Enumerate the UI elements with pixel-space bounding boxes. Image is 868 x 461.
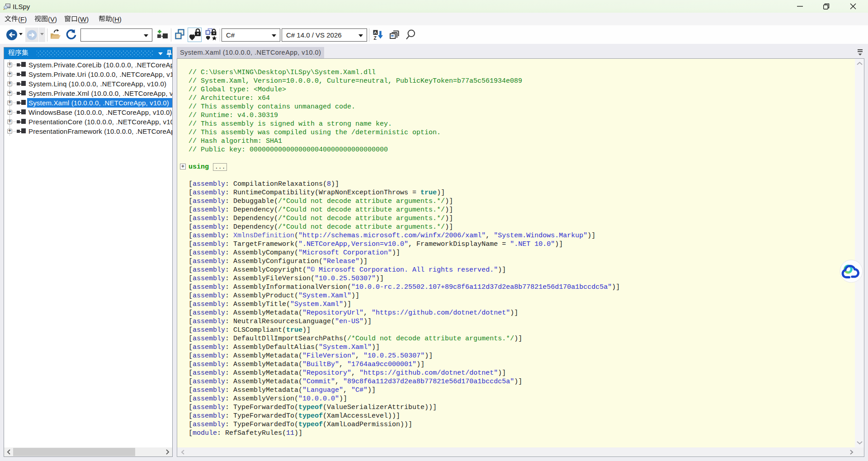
svg-text:A: A (374, 30, 377, 35)
svg-text:Z: Z (374, 35, 377, 41)
